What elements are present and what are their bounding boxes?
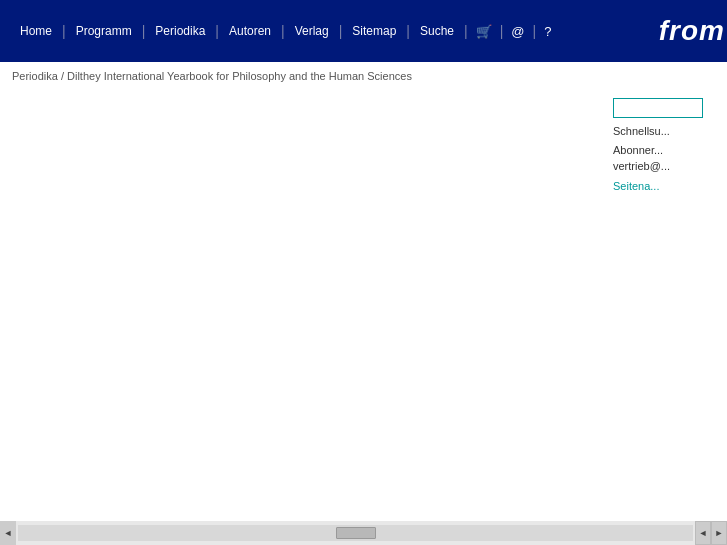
nav-sep-1: | xyxy=(62,23,66,39)
navbar: Home | Programm | Periodika | Autoren | … xyxy=(0,0,727,62)
nav-sitemap[interactable]: Sitemap xyxy=(342,24,406,38)
scroll-track[interactable]: · · · · · xyxy=(18,525,693,541)
main-content: Schnellsu... Abonner... vertrieb@... Sei… xyxy=(0,90,727,521)
nav-sep-3: | xyxy=(215,23,219,39)
seitenname-link[interactable]: Seitena... xyxy=(613,180,721,192)
nav-sep-6: | xyxy=(406,23,410,39)
scroll-right-arrows: ◄ ► xyxy=(695,521,727,545)
scroll-right-arrow-left[interactable]: ◄ xyxy=(695,521,711,545)
nav-sep-7: | xyxy=(464,23,468,39)
breadcrumb-text: Periodika / Dilthey International Yearbo… xyxy=(12,70,412,82)
nav-sep-5: | xyxy=(339,23,343,39)
abonnement-label: Abonner... vertrieb@... xyxy=(613,143,721,174)
nav-autoren[interactable]: Autoren xyxy=(219,24,281,38)
nav-suche[interactable]: Suche xyxy=(410,24,464,38)
content-area xyxy=(0,90,607,521)
email-icon[interactable]: @ xyxy=(503,24,532,39)
nav-sep-4: | xyxy=(281,23,285,39)
search-input[interactable] xyxy=(613,98,703,118)
scroll-right-arrow-right[interactable]: ► xyxy=(711,521,727,545)
nav-home[interactable]: Home xyxy=(10,24,62,38)
cart-icon[interactable]: 🛒 xyxy=(468,24,500,39)
nav-sep-8: | xyxy=(500,23,504,39)
nav-periodika[interactable]: Periodika xyxy=(145,24,215,38)
nav-items: Home | Programm | Periodika | Autoren | … xyxy=(10,23,717,39)
scroll-left-arrow[interactable]: ◄ xyxy=(0,521,16,545)
scrollbar: ◄ · · · · · ◄ ► xyxy=(0,521,727,545)
nav-sep-9: | xyxy=(533,23,537,39)
schnellsuche-label: Schnellsu... xyxy=(613,124,721,139)
brand-text: from xyxy=(647,0,727,62)
breadcrumb: Periodika / Dilthey International Yearbo… xyxy=(0,62,727,90)
nav-programm[interactable]: Programm xyxy=(66,24,142,38)
nav-verlag[interactable]: Verlag xyxy=(285,24,339,38)
nav-sep-2: | xyxy=(142,23,146,39)
help-icon[interactable]: ? xyxy=(536,24,559,39)
sidebar: Schnellsu... Abonner... vertrieb@... Sei… xyxy=(607,90,727,521)
scroll-thumb[interactable] xyxy=(336,527,376,539)
